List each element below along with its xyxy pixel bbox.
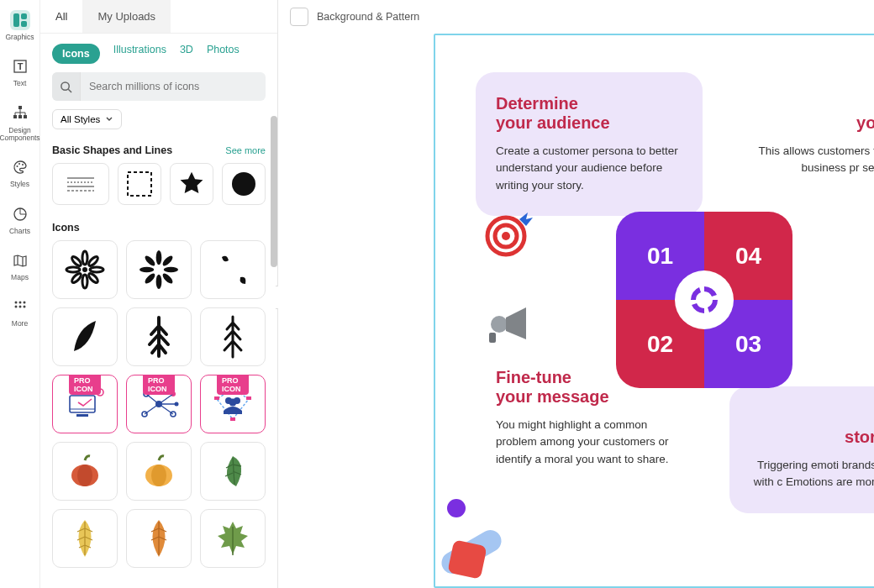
text-icon: T [10, 56, 30, 76]
search-input[interactable] [81, 81, 266, 92]
nav-components[interactable]: Design Components [2, 103, 39, 143]
icon-network-nodes[interactable]: PRO ICON [126, 375, 192, 433]
svg-line-20 [68, 89, 71, 92]
card-body: Create a customer persona to better unde… [496, 143, 682, 194]
cat-photos[interactable]: Photos [207, 44, 240, 64]
icon-workflow-monitor[interactable]: PRO ICON [52, 375, 118, 433]
nav-label: Styles [10, 181, 29, 188]
card-title: Determineyour audience [496, 94, 682, 133]
nav-maps[interactable]: Maps [2, 250, 39, 281]
svg-point-32 [87, 272, 99, 284]
number-widget[interactable]: 01 04 02 03 [616, 212, 792, 388]
svg-rect-5 [18, 106, 22, 109]
svg-point-56 [229, 399, 237, 407]
icon-leaf-maple[interactable] [200, 509, 266, 568]
svg-point-19 [61, 81, 69, 89]
svg-point-14 [18, 302, 21, 304]
svg-point-35 [82, 267, 87, 272]
shape-lines[interactable] [52, 163, 109, 205]
megaphone-icon [481, 299, 534, 349]
svg-rect-69 [489, 333, 496, 343]
svg-text:T: T [17, 61, 23, 71]
icon-leaf-yellow[interactable] [52, 509, 118, 568]
svg-point-10 [18, 163, 20, 165]
svg-rect-25 [128, 172, 151, 196]
svg-point-36 [156, 250, 162, 265]
svg-point-40 [144, 255, 157, 268]
cat-3d[interactable]: 3D [180, 44, 193, 64]
svg-point-17 [18, 306, 21, 308]
nav-graphics[interactable]: Graphics [2, 10, 39, 41]
tab-all[interactable]: All [40, 0, 82, 33]
svg-rect-7 [18, 115, 22, 118]
svg-rect-2 [21, 21, 27, 27]
svg-point-30 [90, 267, 103, 272]
svg-rect-59 [246, 396, 251, 400]
svg-rect-6 [13, 115, 17, 118]
shape-selection[interactable] [118, 163, 161, 205]
background-swatch[interactable] [290, 8, 308, 26]
icon-flower-1[interactable] [52, 240, 118, 299]
icon-tree-1[interactable] [126, 307, 192, 366]
main-column: All My Uploads Icons Illustrations 3D Ph… [40, 0, 874, 588]
icon-leaf-orange[interactable] [126, 509, 192, 568]
card-draft-own[interactable]: Draftyour own This allows customers to v… [738, 72, 874, 199]
pro-badge: PRO ICON [69, 375, 101, 395]
svg-point-37 [156, 275, 162, 289]
canvas-area[interactable]: Background & Pattern Determineyour audie… [278, 0, 874, 588]
icon-leaf-feather[interactable] [52, 307, 118, 366]
card-title: Draftyour own [738, 94, 874, 133]
tab-my-uploads[interactable]: My Uploads [82, 0, 171, 33]
background-pattern-label[interactable]: Background & Pattern [317, 11, 419, 23]
nav-label: Design Components [0, 127, 40, 143]
icon-leaf-green[interactable] [200, 442, 266, 501]
svg-point-11 [22, 164, 24, 165]
artboard[interactable]: Determineyour audience Create a customer… [434, 34, 874, 588]
card-every-story[interactable]: Everstory has Triggering emoti brands co… [729, 386, 874, 513]
pro-badge: PRO ICON [143, 375, 175, 395]
icon-pumpkin-orange[interactable] [126, 442, 192, 501]
svg-point-13 [14, 302, 17, 304]
nav-charts[interactable]: Charts [2, 204, 39, 235]
icon-pumpkin-red[interactable] [52, 442, 118, 501]
see-more-shapes[interactable]: See more [225, 145, 266, 155]
icon-tree-2[interactable] [200, 307, 266, 366]
cycle-icon [675, 270, 734, 329]
layout-icon [10, 10, 30, 30]
shapes-row [40, 163, 277, 217]
search-icon[interactable] [52, 72, 81, 101]
svg-point-43 [144, 272, 157, 286]
nav-styles[interactable]: Styles [2, 157, 39, 188]
svg-point-68 [502, 232, 510, 240]
nav-label: Graphics [5, 34, 34, 41]
cat-icons[interactable]: Icons [52, 44, 100, 64]
icon-flower-2[interactable] [126, 240, 192, 299]
svg-point-31 [71, 255, 82, 267]
icon-leaves-small[interactable] [200, 240, 266, 299]
icon-team-diagram[interactable]: PRO ICON [200, 375, 266, 433]
panel-scrollbar[interactable] [271, 40, 277, 588]
nav-label: Text [13, 80, 27, 87]
card-body: This allows customers to visu your busin… [738, 143, 874, 177]
svg-point-33 [87, 255, 99, 267]
svg-rect-44 [70, 396, 95, 412]
nav-text[interactable]: T Text [2, 56, 39, 87]
pro-badge: PRO ICON [217, 375, 249, 395]
svg-point-15 [23, 302, 25, 304]
shape-star[interactable] [170, 163, 213, 205]
style-dropdown-label: All Styles [61, 114, 100, 124]
svg-point-38 [140, 267, 154, 273]
svg-point-27 [82, 251, 87, 265]
nav-more[interactable]: More [2, 297, 39, 328]
style-dropdown[interactable]: All Styles [52, 109, 122, 129]
shape-circle[interactable] [222, 163, 266, 205]
svg-point-16 [14, 306, 17, 308]
section-shapes-title: Basic Shapes and Lines [52, 144, 172, 156]
map-icon [10, 250, 30, 270]
svg-rect-45 [76, 414, 88, 417]
svg-rect-58 [214, 396, 219, 400]
svg-point-39 [164, 267, 178, 273]
card-determine-audience[interactable]: Determineyour audience Create a customer… [476, 72, 703, 216]
cat-illustrations[interactable]: Illustrations [113, 44, 166, 64]
nav-label: More [12, 320, 28, 328]
